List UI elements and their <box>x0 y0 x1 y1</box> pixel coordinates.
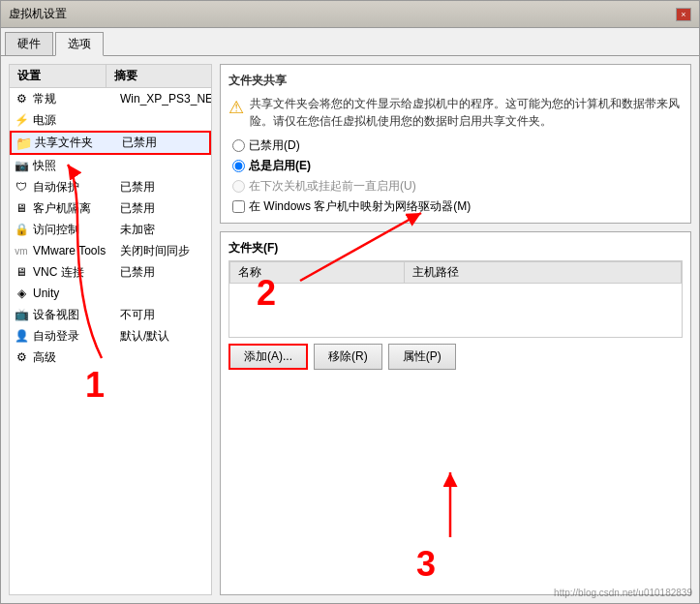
sidebar-item-vnc[interactable]: 🖥 VNC 连接 已禁用 <box>10 261 211 283</box>
autologin-label: 自动登录 <box>33 328 120 345</box>
vmware-tools-label: VMware Tools <box>33 244 120 257</box>
folder-buttons: 添加(A)... 移除(R) 属性(P) <box>228 344 683 370</box>
folder-table-header: 名称 主机路径 <box>230 262 682 284</box>
radio-disabled-label: 已禁用(D) <box>249 137 300 154</box>
sidebar-item-isolation[interactable]: 🖥 客户机隔离 已禁用 <box>10 197 211 219</box>
shared-folder-icon: 📁 <box>15 136 31 151</box>
sidebar-item-shared-folders[interactable]: 📁 共享文件夹 已禁用 <box>10 131 211 155</box>
device-view-summary: 不可用 <box>120 307 207 323</box>
autoprotect-label: 自动保护 <box>33 179 120 196</box>
col-setting-header: 设置 <box>10 65 107 87</box>
folder-table: 名称 主机路径 <box>229 261 682 284</box>
access-control-summary: 未加密 <box>120 222 207 238</box>
device-view-label: 设备视图 <box>33 307 120 323</box>
sidebar-item-advanced[interactable]: ⚙ 高级 <box>10 347 211 368</box>
access-control-icon: 🔒 <box>14 222 29 237</box>
advanced-label: 高级 <box>33 349 120 366</box>
left-panel-header: 设置 摘要 <box>10 65 211 88</box>
autologin-summary: 默认/默认 <box>120 328 207 345</box>
power-icon: ⚡ <box>14 112 29 128</box>
properties-button[interactable]: 属性(P) <box>388 344 456 370</box>
vmware-tools-icon: vm <box>14 243 29 258</box>
unity-icon: ◈ <box>14 286 29 301</box>
sidebar-item-access-control[interactable]: 🔒 访问控制 未加密 <box>10 219 211 240</box>
add-button[interactable]: 添加(A)... <box>228 344 308 370</box>
general-summary: Win_XP_PS3_NET1_6 <box>120 92 211 106</box>
left-panel: 设置 摘要 ⚙ 常规 Win_XP_PS3_NET1_6 ⚡ 电源 <box>9 64 212 595</box>
close-button[interactable]: × <box>676 8 691 21</box>
sidebar-item-unity[interactable]: ◈ Unity <box>10 283 211 304</box>
settings-list: ⚙ 常规 Win_XP_PS3_NET1_6 ⚡ 电源 📁 共享文件夹 已禁用 <box>10 88 211 594</box>
sidebar-item-snapshots[interactable]: 📷 快照 <box>10 155 211 176</box>
shared-folders-summary: 已禁用 <box>122 135 205 151</box>
folder-section-title: 文件夹(F) <box>228 240 683 257</box>
isolation-icon: 🖥 <box>14 200 29 216</box>
snapshots-label: 快照 <box>33 158 120 174</box>
device-view-icon: 📺 <box>14 307 29 322</box>
autoprotect-summary: 已禁用 <box>120 179 207 196</box>
vnc-summary: 已禁用 <box>120 264 207 281</box>
autoprotect-icon: 🛡 <box>14 179 29 195</box>
shared-folders-label: 共享文件夹 <box>35 135 122 151</box>
access-control-label: 访问控制 <box>33 222 120 238</box>
general-icon: ⚙ <box>14 91 29 106</box>
vnc-icon: 🖥 <box>14 264 29 280</box>
radio-enabled-label: 总是启用(E) <box>249 158 311 174</box>
sidebar-item-device-view[interactable]: 📺 设备视图 不可用 <box>10 304 211 325</box>
virtual-machine-settings-window: 虚拟机设置 × 硬件 选项 设置 摘要 ⚙ 常规 Win_XP_PS3_NET1… <box>0 0 700 604</box>
folder-section: 文件夹(F) 名称 主机路径 <box>220 231 691 595</box>
radio-disabled[interactable] <box>232 139 245 152</box>
power-label: 电源 <box>33 112 120 129</box>
sidebar-item-autologin[interactable]: 👤 自动登录 默认/默认 <box>10 325 211 347</box>
watermark: http://blog.csdn.net/u010182839 <box>554 588 692 598</box>
isolation-label: 客户机隔离 <box>33 200 120 217</box>
radio-disabled-row[interactable]: 已禁用(D) <box>232 137 683 154</box>
tab-options[interactable]: 选项 <box>55 32 104 56</box>
map-drive-checkbox[interactable] <box>232 200 245 213</box>
map-drive-label: 在 Windows 客户机中映射为网络驱动器(M) <box>249 198 471 215</box>
warning-text: 共享文件夹会将您的文件显示给虚拟机中的程序。这可能为您的计算机和数据带来风险。请… <box>250 95 683 130</box>
right-panel: 文件夹共享 ⚠ 共享文件夹会将您的文件显示给虚拟机中的程序。这可能为您的计算机和… <box>220 64 691 595</box>
sidebar-item-general[interactable]: ⚙ 常规 Win_XP_PS3_NET1_6 <box>10 88 211 109</box>
warning-row: ⚠ 共享文件夹会将您的文件显示给虚拟机中的程序。这可能为您的计算机和数据带来风险… <box>228 95 683 130</box>
warning-icon: ⚠ <box>228 97 244 130</box>
tab-hardware[interactable]: 硬件 <box>5 32 53 55</box>
shared-folder-title: 文件夹共享 <box>228 73 683 89</box>
map-drive-row[interactable]: 在 Windows 客户机中映射为网络驱动器(M) <box>232 198 683 215</box>
radio-enabled-row[interactable]: 总是启用(E) <box>232 158 683 174</box>
sidebar-item-autoprotect[interactable]: 🛡 自动保护 已禁用 <box>10 176 211 197</box>
isolation-summary: 已禁用 <box>120 200 207 217</box>
radio-enabled[interactable] <box>232 160 245 172</box>
folder-table-container: 名称 主机路径 <box>228 260 683 338</box>
vnc-label: VNC 连接 <box>33 264 120 281</box>
col-summary-header: 摘要 <box>107 65 211 87</box>
remove-button[interactable]: 移除(R) <box>314 344 382 370</box>
radio-group: 已禁用(D) 总是启用(E) 在下次关机或挂起前一直启用(U) <box>232 137 683 195</box>
shared-folder-section: 文件夹共享 ⚠ 共享文件夹会将您的文件显示给虚拟机中的程序。这可能为您的计算机和… <box>220 64 691 224</box>
sidebar-item-vmware-tools[interactable]: vm VMware Tools 关闭时间同步 <box>10 240 211 261</box>
col-host-path-header: 主机路径 <box>405 262 682 284</box>
general-label: 常规 <box>33 91 120 107</box>
tabs-bar: 硬件 选项 <box>1 28 699 56</box>
snapshots-icon: 📷 <box>14 158 29 173</box>
unity-label: Unity <box>33 287 120 300</box>
title-bar-controls: × <box>676 8 691 21</box>
vmware-tools-summary: 关闭时间同步 <box>120 243 207 259</box>
title-bar: 虚拟机设置 × <box>1 1 699 28</box>
col-name-header: 名称 <box>230 262 405 284</box>
radio-next-power-row[interactable]: 在下次关机或挂起前一直启用(U) <box>232 178 683 195</box>
window-title: 虚拟机设置 <box>9 6 67 22</box>
sidebar-item-power[interactable]: ⚡ 电源 <box>10 109 211 131</box>
advanced-icon: ⚙ <box>14 349 29 365</box>
radio-next-power-label: 在下次关机或挂起前一直启用(U) <box>249 178 416 195</box>
radio-next-power[interactable] <box>232 180 245 193</box>
main-content: 设置 摘要 ⚙ 常规 Win_XP_PS3_NET1_6 ⚡ 电源 <box>1 56 699 603</box>
autologin-icon: 👤 <box>14 328 29 344</box>
